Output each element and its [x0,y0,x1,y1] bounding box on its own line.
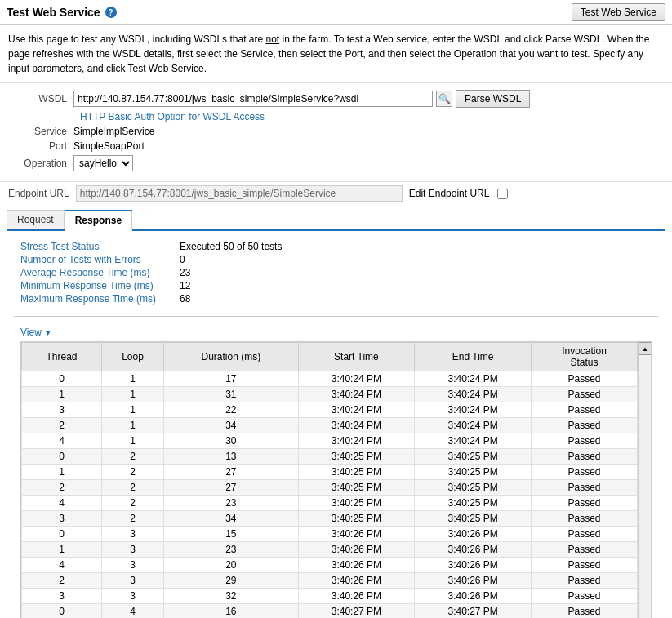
table-cell: Passed [532,527,638,542]
table-cell: 3 [101,527,163,542]
table-cell: 3:40:24 PM [415,418,532,433]
table-cell: 3:40:26 PM [415,542,532,558]
table-row: 12273:40:25 PM3:40:25 PMPassed [22,465,638,480]
endpoint-row: Endpoint URL Edit Endpoint URL [0,181,672,205]
table-row: 03153:40:26 PM3:40:26 PMPassed [22,527,638,542]
table-cell: 0 [22,604,102,619]
table-cell: 3:40:26 PM [298,573,415,589]
search-icon[interactable]: 🔍 [436,91,452,107]
tabs-row: Request Response [7,210,665,231]
stress-errors-value: 0 [180,254,185,265]
wsdl-label: WSDL [8,93,73,104]
table-cell: 23 [164,542,298,558]
table-row: 32343:40:25 PM3:40:25 PMPassed [22,511,638,527]
table-cell: Passed [532,449,638,465]
table-cell: 3:40:25 PM [415,480,532,496]
table-row: 21343:40:24 PM3:40:24 PMPassed [22,418,638,433]
stress-avg-value: 23 [180,267,190,278]
table-cell: 3 [101,573,163,589]
table-cell: 2 [22,480,102,496]
port-value: SimpleSoapPort [73,140,145,152]
endpoint-input[interactable] [76,185,403,202]
table-cell: 3:40:24 PM [415,371,532,387]
help-icon[interactable]: ? [105,7,117,18]
stress-errors-row: Number of Tests with Errors 0 [20,254,652,265]
port-label: Port [8,140,73,152]
http-basic-auth-link[interactable]: HTTP Basic Auth Option for WSDL Access [80,111,664,122]
stress-max-value: 68 [180,293,190,305]
stress-avg-row: Average Response Time (ms) 23 [20,267,652,278]
header-bar: Test Web Service ? Test Web Service [0,0,672,25]
stress-section: Stress Test Status Executed 50 of 50 tes… [14,238,658,309]
table-cell: 22 [164,402,298,418]
table-cell: Passed [532,573,638,589]
table-cell: 3:40:26 PM [415,589,532,604]
table-cell: 2 [101,511,163,527]
stress-min-row: Minimum Response Time (ms) 12 [20,280,652,291]
stress-status-value: Executed 50 of 50 tests [180,241,282,252]
table-cell: 1 [22,465,102,480]
table-cell: 3:40:26 PM [298,589,415,604]
table-cell: 20 [164,558,298,573]
table-cell: Passed [532,418,638,433]
wsdl-input[interactable] [73,91,433,107]
table-row: 31223:40:24 PM3:40:24 PMPassed [22,402,638,418]
view-label: View [20,327,42,338]
table-cell: Passed [532,465,638,480]
table-cell: 3:40:27 PM [298,604,415,619]
test-web-service-button[interactable]: Test Web Service [572,3,665,21]
table-cell: 0 [22,527,102,542]
table-cell: 3:40:24 PM [298,402,415,418]
vertical-scrollbar[interactable]: ▲ ▼ [638,342,651,618]
stress-avg-label: Average Response Time (ms) [20,267,180,278]
col-thread: Thread [22,343,102,371]
table-cell: Passed [532,496,638,511]
operation-label: Operation [8,158,73,169]
table-cell: Passed [532,387,638,402]
table-row: 41303:40:24 PM3:40:24 PMPassed [22,433,638,449]
table-cell: 1 [101,418,163,433]
parse-wsdl-button[interactable]: Parse WSDL [456,90,530,108]
port-row: Port SimpleSoapPort [8,140,664,152]
table-cell: 1 [101,402,163,418]
table-cell: 3:40:25 PM [298,511,415,527]
table-cell: 3:40:26 PM [298,542,415,558]
table-cell: Passed [532,402,638,418]
operation-select[interactable]: sayHello [73,155,133,171]
table-row: 23293:40:26 PM3:40:26 PMPassed [22,573,638,589]
view-button[interactable]: View ▼ [20,327,52,338]
table-cell: 2 [22,573,102,589]
wsdl-input-group: 🔍 Parse WSDL [73,90,530,108]
table-cell: 3:40:25 PM [298,465,415,480]
table-cell: 2 [101,480,163,496]
scroll-up-button[interactable]: ▲ [639,342,652,355]
col-end-time: End Time [415,343,532,371]
edit-endpoint-checkbox[interactable] [497,189,508,199]
divider [14,316,658,317]
description-text: Use this page to test any WSDL, includin… [0,25,672,83]
table-row: 04163:40:27 PM3:40:27 PMPassed [22,604,638,619]
table-cell: 3 [101,542,163,558]
table-cell: 0 [22,449,102,465]
table-cell: Passed [532,433,638,449]
stress-max-label: Maximum Response Time (ms) [20,293,180,305]
table-cell: 4 [22,496,102,511]
table-cell: 3:40:26 PM [415,573,532,589]
table-cell: 3:40:25 PM [415,496,532,511]
table-cell: 2 [22,418,102,433]
tab-request[interactable]: Request [7,210,65,229]
table-cell: 34 [164,511,298,527]
table-cell: 3:40:27 PM [415,604,532,619]
scroll-track [639,355,651,618]
table-cell: 4 [22,558,102,573]
table-cell: Passed [532,604,638,619]
table-cell: 13 [164,449,298,465]
table-cell: 1 [22,542,102,558]
table-cell: 3:40:24 PM [298,371,415,387]
table-cell: 3:40:25 PM [415,511,532,527]
table-cell: 3:40:24 PM [298,418,415,433]
table-cell: 0 [22,371,102,387]
tab-response[interactable]: Response [65,210,132,231]
table-cell: 3:40:25 PM [298,449,415,465]
table-cell: 3:40:26 PM [415,558,532,573]
